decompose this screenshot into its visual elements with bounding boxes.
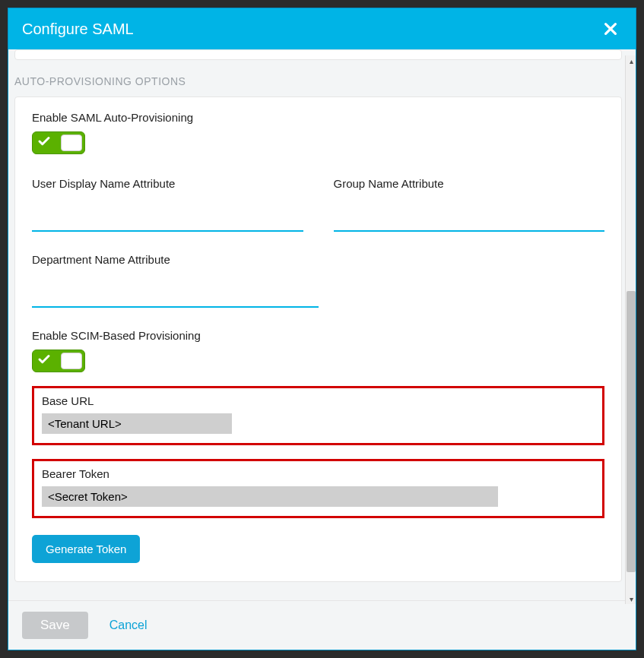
scroll-up-icon[interactable]: ▴ bbox=[626, 55, 636, 66]
save-button[interactable]: Save bbox=[22, 612, 88, 639]
user-display-name-input[interactable] bbox=[32, 208, 303, 232]
enable-saml-auto-provisioning-toggle[interactable] bbox=[32, 131, 85, 154]
check-icon bbox=[37, 353, 51, 369]
user-display-name-label: User Display Name Attribute bbox=[32, 177, 303, 190]
department-name-input[interactable] bbox=[32, 284, 319, 308]
modal-header: Configure SAML bbox=[8, 8, 636, 49]
auto-provisioning-panel: Enable SAML Auto-Provisioning User Displ… bbox=[14, 96, 622, 582]
bearer-token-highlight: Bearer Token <Secret Token> bbox=[32, 459, 604, 518]
group-name-label: Group Name Attribute bbox=[334, 177, 605, 190]
department-name-field: Department Name Attribute bbox=[32, 253, 319, 308]
scrollbar[interactable]: ▴ ▾ bbox=[625, 55, 636, 604]
section-title: AUTO-PROVISIONING OPTIONS bbox=[14, 75, 622, 87]
base-url-value[interactable]: <Tenant URL> bbox=[42, 413, 232, 434]
scroll-thumb[interactable] bbox=[627, 291, 636, 572]
modal-body: AUTO-PROVISIONING OPTIONS Enable SAML Au… bbox=[8, 49, 636, 600]
enable-saml-auto-provisioning-label: Enable SAML Auto-Provisioning bbox=[32, 111, 604, 124]
bearer-token-value[interactable]: <Secret Token> bbox=[42, 486, 498, 507]
previous-panel-edge bbox=[14, 49, 622, 60]
enable-scim-toggle[interactable] bbox=[32, 350, 85, 372]
toggle-knob bbox=[61, 134, 82, 151]
enable-scim-field: Enable SCIM-Based Provisioning bbox=[32, 329, 604, 372]
bearer-token-label: Bearer Token bbox=[42, 467, 595, 480]
attribute-row: User Display Name Attribute Group Name A… bbox=[32, 177, 604, 232]
modal-title: Configure SAML bbox=[22, 21, 134, 38]
enable-scim-label: Enable SCIM-Based Provisioning bbox=[32, 329, 604, 342]
base-url-highlight: Base URL <Tenant URL> bbox=[32, 386, 604, 445]
toggle-knob bbox=[61, 353, 82, 369]
check-icon bbox=[37, 134, 51, 151]
close-button[interactable] bbox=[599, 19, 622, 39]
generate-token-button[interactable]: Generate Token bbox=[32, 535, 140, 563]
base-url-label: Base URL bbox=[42, 394, 595, 407]
configure-saml-modal: Configure SAML AUTO-PROVISIONING OPTIONS… bbox=[8, 8, 636, 650]
group-name-input[interactable] bbox=[334, 208, 605, 232]
group-name-field: Group Name Attribute bbox=[334, 177, 605, 232]
user-display-name-field: User Display Name Attribute bbox=[32, 177, 303, 232]
cancel-link[interactable]: Cancel bbox=[109, 618, 148, 632]
scroll-down-icon[interactable]: ▾ bbox=[626, 593, 636, 604]
modal-footer: Save Cancel bbox=[8, 600, 636, 650]
department-name-label: Department Name Attribute bbox=[32, 253, 319, 266]
close-icon bbox=[602, 21, 619, 37]
